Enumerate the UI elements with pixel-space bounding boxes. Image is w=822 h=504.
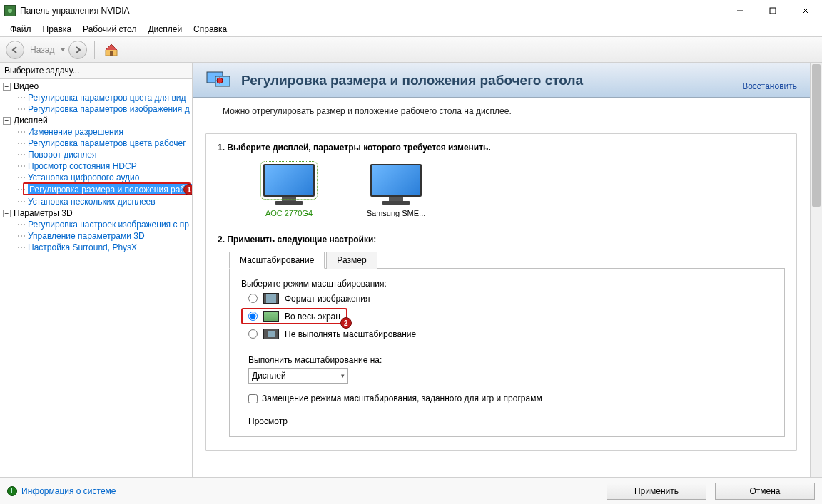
monitor-icon (263, 164, 315, 197)
monitor-label: Samsung SME... (367, 209, 426, 217)
info-icon: i (7, 486, 17, 496)
menu-help[interactable]: Справка (188, 23, 233, 36)
vertical-scrollbar[interactable] (810, 63, 822, 477)
override-scaling-checkbox-row[interactable]: Замещение режима масштабирования, заданн… (241, 394, 773, 403)
back-button[interactable] (6, 41, 24, 59)
radio-no-scaling[interactable]: Не выполнять масштабирование (241, 326, 773, 342)
settings-tabs: Масштабирование Размер (229, 252, 785, 269)
radio-input[interactable] (248, 312, 258, 321)
nvidia-app-icon (4, 5, 16, 16)
tree-category-video[interactable]: −Видео (0, 81, 192, 92)
footer: i Информация о системе Применить Отмена (0, 477, 822, 504)
step1-title: 1. Выберите дисплей, параметры которого … (218, 143, 785, 153)
perform-scaling-on-select[interactable]: Дисплей ▾ (248, 368, 348, 384)
page-description: Можно отрегулировать размер и положение … (193, 98, 810, 125)
titlebar: Панель управления NVIDIA (0, 0, 822, 21)
tree-item[interactable]: ⋯Регулировка параметров изображения д (13, 103, 192, 115)
select-value: Дисплей (252, 371, 286, 381)
scrollbar-thumb[interactable] (812, 64, 821, 207)
tree-item[interactable]: ⋯Регулировка параметров цвета для вид (13, 92, 192, 103)
forward-button[interactable] (68, 41, 87, 59)
menu-display[interactable]: Дисплей (142, 23, 188, 36)
svg-text:i: i (11, 488, 13, 494)
tab-scaling[interactable]: Масштабирование (229, 252, 325, 269)
radio-aspect-ratio[interactable]: Формат изображения (241, 290, 773, 307)
svg-rect-2 (770, 8, 776, 14)
monitor-icon (370, 164, 422, 197)
toolbar-separator (94, 41, 95, 59)
fullscreen-icon (263, 311, 279, 322)
tree-item[interactable]: ⋯Регулировка параметров цвета рабочег (13, 138, 192, 149)
radio-input[interactable] (248, 294, 258, 303)
scaling-mode-label: Выберите режим масштабирования: (241, 279, 773, 289)
cancel-button[interactable]: Отмена (715, 483, 815, 500)
no-scaling-icon (263, 329, 279, 339)
page-header: Регулировка размера и положения рабочего… (193, 63, 810, 98)
tree-item[interactable]: ⋯Поворот дисплея (13, 149, 192, 160)
tab-size[interactable]: Размер (326, 252, 377, 269)
tree-item[interactable]: ⋯Изменение разрешения (13, 126, 192, 138)
tree-item[interactable]: ⋯Просмотр состояния HDCP (13, 160, 192, 172)
radio-input[interactable] (248, 329, 258, 339)
apply-button[interactable]: Применить (607, 483, 706, 500)
tree-category-3d[interactable]: −Параметры 3D (0, 207, 192, 219)
sidebar-header: Выберите задачу... (0, 63, 192, 79)
collapse-icon[interactable]: − (3, 83, 11, 91)
menu-desktop[interactable]: Рабочий стол (77, 23, 142, 36)
back-dropdown-icon[interactable] (60, 47, 66, 53)
radio-label: Не выполнять масштабирование (285, 329, 416, 339)
monitor-option-secondary[interactable]: Samsung SME... (360, 164, 432, 217)
back-label: Назад (30, 45, 54, 55)
toolbar: Назад (0, 37, 822, 63)
override-scaling-checkbox[interactable] (248, 394, 258, 403)
tree-item-selected[interactable]: ⋯Регулировка размера и положения рабоч 1 (13, 183, 192, 196)
chevron-down-icon: ▾ (341, 372, 345, 379)
maximize-button[interactable] (756, 0, 789, 21)
step2-title: 2. Применить следующие настройки: (218, 235, 785, 245)
restore-link[interactable]: Восстановить (742, 81, 797, 91)
tree-category-display[interactable]: −Дисплей (0, 115, 192, 126)
page-header-icon (206, 70, 231, 91)
collapse-icon[interactable]: − (3, 210, 11, 217)
tree-item[interactable]: ⋯Управление параметрами 3D (13, 230, 192, 242)
window-title: Панель управления NVIDIA (20, 6, 130, 16)
content-area: Регулировка размера и положения рабочего… (193, 63, 822, 477)
annotation-badge-1: 1 (183, 184, 192, 195)
page-title: Регулировка размера и положения рабочего… (241, 73, 742, 88)
menu-file[interactable]: Файл (4, 23, 37, 36)
tab-body-scaling: Выберите режим масштабирования: Формат и… (229, 269, 785, 437)
radio-label: Во весь экран (285, 312, 340, 322)
sidebar: Выберите задачу... −Видео ⋯Регулировка п… (0, 63, 193, 477)
perform-scaling-on-label: Выполнить масштабирование на: (248, 355, 773, 365)
svg-point-0 (8, 9, 12, 13)
home-button[interactable] (102, 41, 121, 59)
annotation-highlight-2: Во весь экран 2 (241, 308, 347, 324)
checkbox-label: Замещение режима масштабирования, заданн… (262, 394, 542, 403)
preview-label: Просмотр (241, 416, 773, 426)
radio-label: Формат изображения (285, 294, 370, 304)
tree-item[interactable]: ⋯Установка нескольких дисплеев (13, 196, 192, 207)
tree-item[interactable]: ⋯Установка цифрового аудио (13, 172, 192, 183)
close-button[interactable] (789, 0, 822, 21)
minimize-button[interactable] (724, 0, 756, 21)
system-info-link[interactable]: Информация о системе (21, 486, 116, 496)
tree-item[interactable]: ⋯Настройка Surround, PhysX (13, 242, 192, 253)
aspect-ratio-icon (263, 293, 279, 304)
menubar: Файл Правка Рабочий стол Дисплей Справка (0, 21, 822, 37)
task-tree: −Видео ⋯Регулировка параметров цвета для… (0, 79, 192, 477)
collapse-icon[interactable]: − (3, 117, 11, 125)
step1-panel: 1. Выберите дисплей, параметры которого … (206, 133, 797, 451)
svg-point-8 (217, 78, 223, 83)
monitor-label: AOC 2770G4 (265, 209, 313, 217)
svg-rect-5 (110, 51, 113, 56)
menu-edit[interactable]: Правка (37, 23, 78, 36)
monitor-option-primary[interactable]: AOC 2770G4 (253, 164, 325, 217)
annotation-badge-2: 2 (340, 317, 352, 329)
tree-item[interactable]: ⋯Регулировка настроек изображения с пр (13, 219, 192, 230)
